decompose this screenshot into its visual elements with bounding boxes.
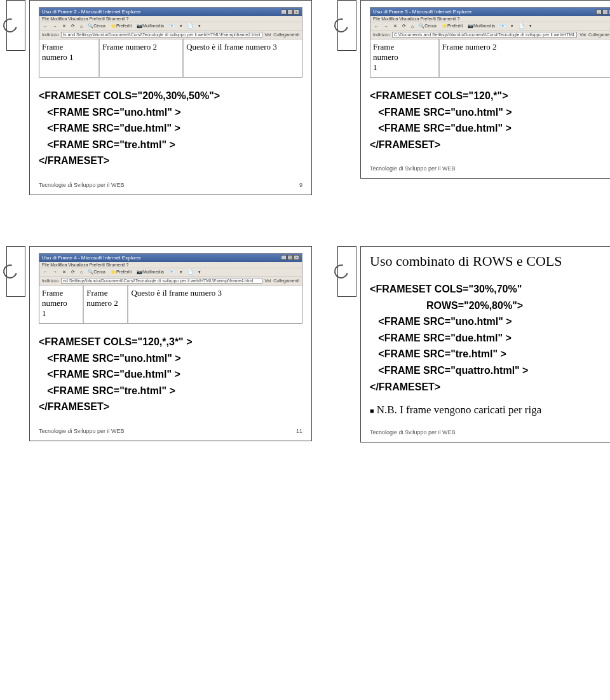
- toolbar-item: ⌂: [410, 24, 415, 29]
- code-block: <FRAMESET COLS="20%,30%,50%"> <FRAME SRC…: [39, 88, 302, 169]
- toolbar-item: 📄: [186, 24, 194, 29]
- toolbar-item: 📷Multimedia: [466, 24, 496, 29]
- slide-footer: Tecnologie di Sviluppo per il WEB 11: [39, 428, 302, 434]
- slide-body: Uso di Frame 4 - Microsoft Internet Expl…: [29, 246, 312, 441]
- toolbar-item: ⌂: [79, 270, 84, 274]
- browser-toolbar: ←→✕⟳⌂🔍Cerca⭐Preferiti📷Multimedia📧▾📄▾: [370, 22, 610, 30]
- bullet-text: N.B. I frame vengono caricati per riga: [377, 404, 542, 416]
- frame-column: Frame numero 2: [440, 39, 610, 77]
- browser-menu: File Modifica Visualizza Preferiti Strum…: [39, 262, 302, 268]
- toolbar-item: →: [51, 24, 58, 29]
- address-input: nd Settings\blundo\Documenti\Corsi\Tecno…: [61, 278, 262, 284]
- minimize-icon: _: [281, 255, 287, 260]
- frame-column: Frame numero 1: [39, 285, 84, 323]
- address-label: Indirizzo: [42, 278, 58, 283]
- frame-column: Frame numero 2: [100, 39, 184, 77]
- browser-titlebar: Uso di Frame 3 - Microsoft Internet Expl…: [370, 8, 610, 16]
- window-title: Uso di Frame 4 - Microsoft Internet Expl…: [42, 255, 141, 261]
- close-icon: ×: [294, 10, 299, 15]
- frame-column: Frame numero 1: [370, 39, 440, 77]
- binder-rings: [6, 246, 25, 297]
- bullet-note: ■N.B. I frame vengono caricati per riga: [370, 404, 610, 416]
- toolbar-item: ▾: [179, 24, 184, 29]
- toolbar-item: 📧: [168, 270, 176, 275]
- browser-toolbar: ←→✕⟳⌂🔍Cerca⭐Preferiti📷Multimedia📧▾📄▾: [39, 22, 302, 30]
- toolbar-item: ✕: [392, 24, 398, 29]
- browser-window: Uso di Frame 3 - Microsoft Internet Expl…: [370, 7, 610, 78]
- toolbar-item: 📷Multimedia: [135, 270, 165, 275]
- binder-rings: [6, 0, 25, 51]
- browser-address-bar: Indirizzo ts and Settings\blundo\Documen…: [39, 30, 302, 39]
- toolbar-item: 🔍Cerca: [86, 270, 107, 275]
- go-button: Vai: [265, 278, 271, 283]
- close-icon: ×: [294, 255, 299, 260]
- toolbar-item: →: [51, 270, 58, 274]
- maximize-icon: □: [602, 10, 608, 15]
- browser-menu: File Modifica Visualizza Preferiti Strum…: [39, 16, 302, 22]
- toolbar-item: ✕: [61, 24, 67, 29]
- minimize-icon: _: [596, 10, 602, 15]
- binder-rings: [337, 246, 356, 297]
- slide-10: Uso di Frame 3 - Microsoft Internet Expl…: [337, 0, 610, 195]
- browser-titlebar: Uso di Frame 4 - Microsoft Internet Expl…: [39, 254, 302, 262]
- browser-content: Frame numero 1Frame numero 2Questo è il …: [39, 285, 302, 323]
- slide-body: Uso combinato di ROWS e COLS <FRAMESET C…: [360, 246, 610, 443]
- address-label: Indirizzo: [373, 32, 390, 37]
- browser-window: Uso di Frame 4 - Microsoft Internet Expl…: [39, 253, 302, 324]
- toolbar-item: ⟳: [401, 24, 407, 29]
- square-bullet-icon: ■: [370, 407, 374, 415]
- go-button: Vai: [265, 32, 271, 37]
- toolbar-item: ▾: [510, 24, 515, 29]
- footer-text: Tecnologie di Sviluppo per il WEB: [39, 428, 125, 434]
- links-label: Collegamenti: [273, 278, 299, 283]
- browser-menu: File Modifica Visualizza Preferiti Strum…: [370, 16, 610, 22]
- toolbar-item: ▾: [197, 270, 202, 275]
- toolbar-item: ⭐Preferiti: [440, 24, 464, 29]
- browser-content: Frame numero 1Frame numero 2: [370, 39, 610, 77]
- maximize-icon: □: [287, 255, 293, 260]
- toolbar-item: 📷Multimedia: [135, 24, 165, 29]
- footer-text: Tecnologie di Sviluppo per il WEB: [39, 182, 125, 188]
- browser-content: Frame numero 1Frame numero 2Questo è il …: [39, 39, 302, 77]
- address-input: C:\Documents and Settings\blundo\Documen…: [392, 32, 577, 38]
- browser-address-bar: Indirizzo C:\Documents and Settings\blun…: [370, 30, 610, 39]
- window-buttons: _□×: [596, 10, 610, 15]
- page-number: 11: [296, 428, 302, 434]
- code-block: <FRAMESET COLS="120,*"> <FRAME SRC="uno.…: [370, 88, 610, 153]
- toolbar-item: ▾: [528, 24, 533, 29]
- toolbar-item: →: [383, 24, 390, 29]
- toolbar-item: ←: [42, 24, 49, 29]
- frame-column: Questo è il frame numero 3: [184, 39, 302, 77]
- frame-column: Questo è il frame numero 3: [128, 285, 302, 323]
- toolbar-item: ✕: [61, 270, 67, 275]
- window-title: Uso di Frame 3 - Microsoft Internet Expl…: [373, 9, 472, 15]
- code-block: <FRAMESET COLS="30%,70%" ROWS="20%,80%">…: [370, 281, 610, 395]
- window-buttons: _□×: [281, 10, 299, 15]
- slide-footer: Tecnologie di Sviluppo per il WEB 10: [370, 165, 610, 172]
- maximize-icon: □: [287, 10, 293, 15]
- toolbar-item: ⟳: [70, 24, 76, 29]
- address-input: ts and Settings\blundo\Documenti\Corsi\T…: [61, 32, 262, 38]
- toolbar-item: ⟳: [70, 270, 76, 275]
- window-title: Uso di Frame 2 - Microsoft Internet Expl…: [42, 9, 141, 15]
- slide-footer: Tecnologie di Sviluppo per il WEB 9: [39, 182, 302, 188]
- toolbar-item: 🔍Cerca: [417, 24, 438, 29]
- toolbar-item: 📧: [499, 24, 507, 29]
- links-label: Collegamenti: [588, 32, 610, 37]
- browser-address-bar: Indirizzo nd Settings\blundo\Documenti\C…: [39, 276, 302, 285]
- browser-window: Uso di Frame 2 - Microsoft Internet Expl…: [39, 7, 302, 78]
- slide-12: Uso combinato di ROWS e COLS <FRAMESET C…: [337, 246, 610, 443]
- address-label: Indirizzo: [42, 32, 58, 37]
- toolbar-item: ⭐Preferiti: [109, 270, 133, 275]
- toolbar-item: 🔍Cerca: [86, 24, 107, 29]
- toolbar-item: ←: [42, 270, 49, 274]
- footer-text: Tecnologie di Sviluppo per il WEB: [370, 165, 456, 172]
- toolbar-item: ⌂: [79, 24, 84, 29]
- go-button: Vai: [580, 32, 586, 37]
- slide-body: Uso di Frame 2 - Microsoft Internet Expl…: [29, 0, 312, 195]
- minimize-icon: _: [281, 10, 287, 15]
- toolbar-item: ▾: [197, 24, 202, 29]
- browser-titlebar: Uso di Frame 2 - Microsoft Internet Expl…: [39, 8, 302, 16]
- slide-11: Uso di Frame 4 - Microsoft Internet Expl…: [6, 246, 312, 443]
- frame-column: Frame numero 1: [39, 39, 100, 77]
